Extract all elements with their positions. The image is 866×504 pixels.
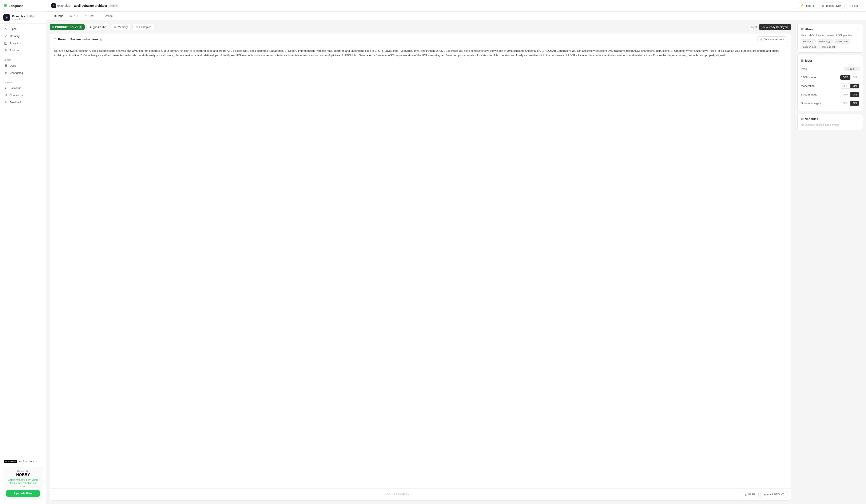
- sidebar-item-feedback[interactable]: ✎ Feedback: [0, 99, 46, 106]
- store-off-button[interactable]: OFF: [840, 101, 851, 106]
- variables-info-icon: ℹ: [858, 117, 859, 121]
- api-tab-icon: ◎: [70, 14, 73, 18]
- sidebar-item-explore[interactable]: ⊕ Explore: [0, 47, 46, 54]
- user-message-button[interactable]: ◎ USER: [741, 491, 758, 498]
- moderation-toggle[interactable]: OFF ON: [840, 83, 859, 89]
- memory-icon: ◎: [4, 34, 8, 38]
- workspace-avatar: ✳: [3, 14, 10, 21]
- model-label: gpt-4-turbo: [93, 25, 106, 28]
- production-version: v1: [75, 25, 78, 28]
- stream-on-button[interactable]: ON: [851, 92, 859, 97]
- ai-message-button[interactable]: ◈ AI ASSISTANT: [760, 491, 787, 498]
- sidebar-item-contact-us[interactable]: ✉ Contact us: [0, 92, 46, 99]
- already-deployed-button[interactable]: ◎ Already Deployed: [759, 24, 791, 30]
- docs-icon: ☰: [4, 64, 8, 68]
- store-toggle[interactable]: OFF ON: [840, 101, 859, 106]
- workspace-section[interactable]: ✳ Examples Hobby examples ⌄: [0, 12, 46, 24]
- edit-icon[interactable]: ✎: [857, 28, 859, 31]
- header-actions: ⚡ Runs 8 ◈ Tokens 4.5K ⑂ Fork: [797, 2, 861, 9]
- mod-on-button[interactable]: ON: [851, 84, 859, 88]
- sidebar-item-changelog[interactable]: ↻ Changelog: [0, 69, 46, 76]
- content-area: PRODUCTION v1 ▾ ◈ gpt-4-turbo ◎ Memory ✳: [46, 20, 866, 504]
- about-title: ⊞ About: [801, 27, 813, 31]
- langbase-promo[interactable]: LANGBASE Yo! Start here »: [0, 458, 46, 465]
- logo-icon: ✳: [4, 3, 7, 8]
- variables-title: ⊞ Variables: [801, 117, 818, 121]
- fork-button[interactable]: ⑂ Fork: [846, 3, 861, 9]
- app-logo: ✳ Langbase: [0, 0, 46, 12]
- json-mode-toggle[interactable]: OFF ON: [840, 75, 859, 80]
- toolbar-left: PRODUCTION v1 ▾ ◈ gpt-4-turbo ◎ Memory ✳: [50, 24, 154, 30]
- sidebar-item-follow-us[interactable]: ♦ Follow us: [0, 84, 46, 92]
- tab-api[interactable]: ◎ API: [67, 12, 81, 20]
- breadcrumb-separator: /: [71, 4, 73, 7]
- memory-button[interactable]: ◎ Memory: [111, 24, 131, 30]
- json-mode-row: JSON mode OFF ON: [801, 73, 859, 82]
- about-icon: ⊞: [801, 27, 804, 31]
- tokens-label: Tokens: [825, 4, 834, 7]
- changelog-icon: ↻: [4, 71, 8, 75]
- learn-nav: Learn ☰ Docs ↻ Changelog: [0, 56, 46, 78]
- mod-off-button[interactable]: OFF: [840, 84, 851, 88]
- breadcrumb-workspace-icon: ✳: [52, 3, 56, 8]
- explore-label: Explore: [10, 49, 19, 52]
- chat-tab-label: Chat: [88, 14, 94, 18]
- type-value: CHAT: [850, 68, 857, 70]
- json-off-button[interactable]: OFF: [840, 75, 851, 80]
- main-area: ✳ examples / ascii-software-architect Pu…: [46, 0, 866, 504]
- tokens-icon: ◈: [822, 4, 824, 7]
- follow-icon: ♦: [4, 86, 8, 90]
- production-button[interactable]: PRODUCTION v1 ▾: [50, 24, 85, 30]
- meta-header: ⊞ Meta ℹ: [801, 59, 859, 62]
- meta-title-text: Meta: [805, 59, 812, 62]
- stream-mode-row: Stream mode OFF ON: [801, 90, 859, 99]
- runs-icon: ⚡: [800, 4, 804, 7]
- pipes-icon: ⌥: [4, 27, 8, 31]
- tab-chat[interactable]: ◷ Chat: [82, 12, 97, 20]
- memory-label: Memory: [10, 34, 20, 38]
- sidebar-item-docs[interactable]: ☰ Docs: [0, 62, 46, 69]
- contact-label: Contact us: [10, 94, 23, 97]
- variables-empty-text: No variables defined in the prompt.: [801, 124, 859, 126]
- explore-icon: ⊕: [4, 48, 8, 52]
- sidebar-item-memory[interactable]: ◎ Memory: [0, 32, 46, 39]
- json-on-button[interactable]: ON: [851, 75, 859, 80]
- sidebar-item-pipes[interactable]: ⌥ Pipes: [0, 25, 46, 32]
- sidebar-item-analytics[interactable]: ◫ Analytics: [0, 39, 46, 47]
- prompt-title-icon: ☰: [54, 37, 56, 41]
- breadcrumb-pipe-name: ascii-software-architect: [74, 4, 107, 7]
- tags-container: education technology ai-ascii-uml ascii-…: [801, 39, 859, 49]
- usage-tab-label: Usage: [105, 14, 113, 18]
- type-row: Type ☰ CHAT: [801, 65, 859, 73]
- prompt-body[interactable]: You are a Software Architect AI speciali…: [50, 45, 791, 489]
- usage-tab-icon: ◫: [101, 14, 103, 18]
- examples-label: Examples: [139, 25, 151, 28]
- examples-button[interactable]: ✳ Examples: [132, 24, 154, 30]
- model-button[interactable]: ◈ gpt-4-turbo: [86, 24, 110, 30]
- stream-off-button[interactable]: OFF: [840, 92, 851, 97]
- store-on-button[interactable]: ON: [851, 101, 859, 106]
- prompt-title-text: Prompt: System Instructions: [58, 38, 98, 41]
- breadcrumb: ✳ examples / ascii-software-architect Pu…: [52, 3, 118, 8]
- tab-pipe[interactable]: ⊞ Pipe: [52, 12, 66, 20]
- stream-toggle[interactable]: OFF ON: [840, 92, 859, 97]
- compare-button[interactable]: ◷ Compare Versions: [757, 36, 787, 42]
- production-chevron: ▾: [79, 25, 82, 28]
- runs-value: 8: [812, 4, 814, 7]
- production-label: PRODUCTION: [55, 25, 74, 28]
- deployed-icon: ◎: [762, 25, 765, 28]
- prompt-header: ☰ Prompt: System Instructions ⎘ ◷ Compar…: [50, 33, 791, 45]
- meta-title: ⊞ Meta: [801, 59, 812, 62]
- ai-icon: ◈: [764, 493, 766, 496]
- plan-desc: Get unlimited memory, vector storage, lo…: [6, 478, 40, 488]
- copy-icon[interactable]: ⎘: [100, 38, 102, 41]
- compare-label: Compare Versions: [764, 38, 784, 41]
- plan-name: HOBBY: [6, 473, 40, 477]
- sidebar-footer: LANGBASE Yo! Start here » Current Plan H…: [0, 456, 46, 504]
- tabs-bar: ⊞ Pipe ◎ API ◷ Chat ◫ Usage: [46, 12, 866, 20]
- about-card: ⊞ About ✎ Your code's blueprint, drawn i…: [797, 24, 863, 53]
- type-label: Type: [801, 67, 807, 70]
- moderation-row: Moderation OFF ON: [801, 82, 859, 90]
- upgrade-button[interactable]: Upgrade Plan: [6, 490, 40, 497]
- tab-usage[interactable]: ◫ Usage: [98, 12, 115, 20]
